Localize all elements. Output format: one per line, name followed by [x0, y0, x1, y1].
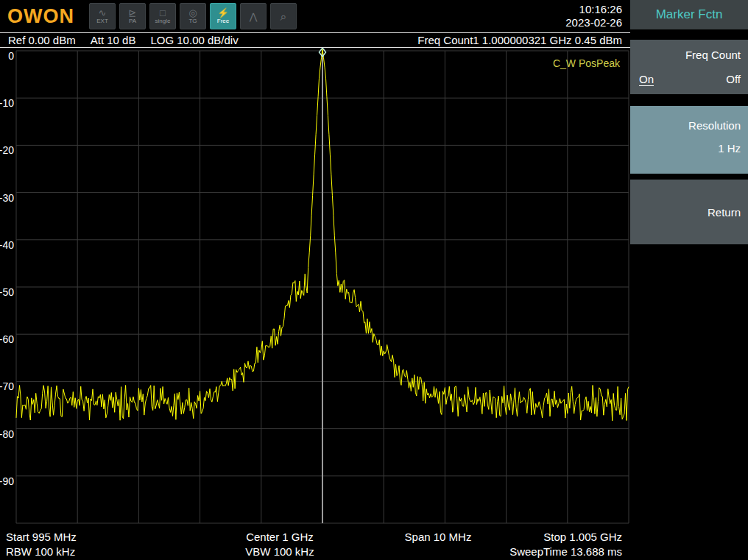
svg-text:-70: -70	[0, 380, 14, 392]
svg-text:-90: -90	[0, 475, 14, 487]
freq-count-off-option[interactable]: Off	[726, 73, 741, 85]
softkey-sidebar: Marker Fctn Freq Count On Off Resolution…	[630, 0, 748, 560]
trace-mode-label: C_W PosPeak	[553, 57, 620, 69]
toolbar-free-run-button[interactable]: ⚡ Free	[210, 3, 236, 29]
status-bar: Ref 0.00 dBm Att 10 dB LOG 10.00 dB/div …	[0, 33, 630, 48]
toolbar-ext-button[interactable]: ∿ EXT	[89, 3, 116, 29]
peak-chart-icon: ⋀	[250, 12, 258, 21]
toolbar-tg-button[interactable]: ◎ TG	[180, 3, 206, 29]
resolution-label: Resolution	[639, 119, 741, 132]
toolbar-ext-label: EXT	[96, 18, 108, 25]
freq-count-readout: Freq Count1 1.000000321 GHz 0.45 dBm	[417, 34, 622, 46]
toolbar-free-label: Free	[217, 18, 229, 25]
attenuation-readout: Att 10 dB	[91, 34, 136, 46]
ref-level-readout: Ref 0.00 dBm	[8, 34, 76, 46]
toolbar-pa-label: PA	[129, 18, 136, 25]
resolution-value: 1 Hz	[639, 142, 741, 155]
vbw-readout: VBW 100 kHz	[162, 545, 398, 559]
svg-text:-10: -10	[0, 97, 14, 109]
toolbar-pa-button[interactable]: ⊵ PA	[119, 3, 146, 29]
svg-text:-20: -20	[0, 144, 14, 156]
freq-count-on-option[interactable]: On	[639, 73, 654, 85]
date-readout: 2023-02-26	[565, 16, 622, 29]
top-bar: OWON ∿ EXT ⊵ PA □ single ◎ TG ⚡ Free	[0, 0, 630, 33]
magnifier-icon: ⌕	[280, 12, 287, 21]
spectrum-plot: 0-10-20-30-40-50-60-70-80-90	[0, 48, 630, 528]
single-sweep-icon: □	[160, 8, 166, 18]
lightning-icon: ⚡	[217, 8, 229, 18]
toolbar: ∿ EXT ⊵ PA □ single ◎ TG ⚡ Free ⋀	[89, 3, 297, 29]
sweep-time-readout: SweepTime 13.688 ms	[479, 545, 630, 559]
toolbar-single-label: single	[155, 18, 171, 25]
softkey-resolution[interactable]: Resolution 1 Hz	[630, 106, 748, 174]
main-panel: OWON ∿ EXT ⊵ PA □ single ◎ TG ⚡ Free	[0, 0, 630, 560]
svg-text:-40: -40	[0, 239, 14, 251]
time-readout: 10:16:26	[565, 3, 622, 16]
return-label: Return	[708, 206, 741, 219]
center-freq-readout: Center 1 GHz	[162, 530, 398, 545]
amplifier-icon: ⊵	[129, 8, 137, 18]
svg-text:-60: -60	[0, 333, 14, 345]
footer-readouts: Start 995 MHz Center 1 GHz Span 10 MHz S…	[0, 528, 630, 559]
svg-text:-80: -80	[0, 428, 14, 440]
clock: 10:16:26 2023-02-26	[565, 3, 622, 29]
toolbar-tg-label: TG	[188, 18, 197, 25]
svg-text:-30: -30	[0, 192, 14, 204]
spectrum-display: 0-10-20-30-40-50-60-70-80-90 C_W PosPeak	[0, 48, 630, 528]
rbw-readout: RBW 100 kHz	[0, 545, 162, 559]
toolbar-zoom-button[interactable]: ⌕	[270, 3, 297, 29]
svg-text:-50: -50	[0, 286, 14, 298]
tracking-generator-icon: ◎	[188, 8, 197, 18]
toolbar-single-button[interactable]: □ single	[149, 3, 176, 29]
stop-freq-readout: Stop 1.005 GHz	[479, 530, 630, 545]
sidebar-title: Marker Fctn	[630, 0, 748, 29]
waveform-icon: ∿	[99, 8, 107, 18]
owon-logo: OWON	[7, 5, 85, 28]
toolbar-peak-button[interactable]: ⋀	[240, 3, 267, 29]
softkey-return[interactable]: Return	[630, 180, 748, 244]
softkey-freq-count[interactable]: Freq Count On Off	[630, 40, 748, 94]
start-freq-readout: Start 995 MHz	[0, 530, 162, 545]
log-scale-readout: LOG 10.00 dB/div	[150, 34, 238, 46]
freq-count-label: Freq Count	[639, 49, 741, 61]
span-readout: Span 10 MHz	[398, 530, 479, 545]
svg-text:0: 0	[8, 50, 14, 62]
